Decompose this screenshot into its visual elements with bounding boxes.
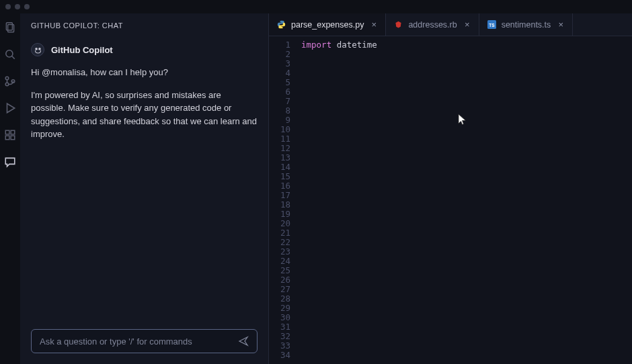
svg-point-13 [38,48,41,50]
file-type-icon [394,20,403,29]
close-icon[interactable]: × [463,20,472,30]
code-line[interactable] [301,294,632,304]
code-line[interactable] [301,153,632,163]
code-line[interactable]: import datetime [301,40,632,50]
send-button[interactable] [238,336,249,347]
code-line[interactable] [301,172,632,181]
editor-tab[interactable]: TSsentiments.ts× [479,13,574,36]
line-number: 34 [269,351,290,360]
svg-rect-8 [5,130,9,134]
extensions-icon[interactable] [4,129,16,141]
code-line[interactable] [301,275,632,285]
tab-filename: parse_expenses.py [291,20,364,30]
line-number: 4 [269,69,290,78]
editor-tab[interactable]: addresses.rb× [386,13,479,36]
copilot-avatar-icon [31,43,44,56]
line-number: 28 [269,294,290,304]
line-number: 9 [269,116,290,125]
debug-icon[interactable] [4,102,16,114]
code-line[interactable] [301,285,632,294]
close-icon[interactable]: × [369,20,379,30]
code-line[interactable] [301,313,632,322]
line-number: 22 [269,238,290,247]
code-line[interactable] [301,257,632,266]
line-number: 13 [269,153,290,163]
code-line[interactable] [301,332,632,341]
code-line[interactable] [301,341,632,351]
line-number: 32 [269,332,290,341]
main-layout: GITHUB COPILOT: CHAT GitHub Copilot Hi @… [0,13,632,364]
line-number: 30 [269,313,290,322]
activity-bar [0,13,20,364]
code-line[interactable] [301,304,632,313]
code-line[interactable] [301,59,632,69]
traffic-light-zoom[interactable] [24,4,30,9]
line-number: 25 [269,266,290,275]
line-number: 29 [269,304,290,313]
code-line[interactable] [301,181,632,191]
code-line[interactable] [301,210,632,219]
tab-filename: sentiments.ts [502,20,551,30]
code-line[interactable] [301,191,632,200]
svg-point-4 [5,77,9,80]
chat-input-container[interactable] [31,329,258,353]
close-icon[interactable]: × [556,20,565,30]
code-line[interactable] [301,50,632,59]
bot-name: GitHub Copilot [51,45,113,55]
code-line[interactable] [301,219,632,228]
code-line[interactable] [301,106,632,116]
line-number: 16 [269,181,290,191]
code-line[interactable] [301,78,632,87]
code-line[interactable] [301,125,632,134]
code-line[interactable] [301,163,632,172]
svg-rect-1 [8,25,14,32]
svg-point-5 [5,83,9,86]
line-number: 23 [269,247,290,257]
svg-rect-9 [11,130,15,134]
source-control-icon[interactable] [4,75,16,87]
code-line[interactable] [301,144,632,153]
code-line[interactable] [301,228,632,238]
traffic-light-minimize[interactable] [15,4,20,9]
files-icon[interactable] [4,21,16,34]
line-number: 24 [269,257,290,266]
traffic-light-close[interactable] [5,4,11,9]
editor-tabs: parse_expenses.py×addresses.rb×TSsentime… [269,13,632,36]
code-line[interactable] [301,238,632,247]
code-line[interactable] [301,97,632,106]
code-line[interactable] [301,69,632,78]
editor-group: parse_expenses.py×addresses.rb×TSsentime… [269,13,632,364]
code-area[interactable]: 1234567891011121314151617181920212223242… [269,36,632,364]
code-line[interactable] [301,351,632,360]
line-number: 27 [269,285,290,294]
line-number: 12 [269,144,290,153]
bot-header: GitHub Copilot [31,43,258,56]
tab-filename: addresses.rb [408,20,457,30]
line-number: 31 [269,322,290,332]
chat-message: Hi @monalisa, how can I help you? [31,66,258,79]
chat-input-field[interactable] [40,336,238,347]
line-number: 21 [269,228,290,238]
code-line[interactable] [301,322,632,332]
chat-input-area [20,322,268,364]
svg-rect-0 [6,23,12,30]
search-icon[interactable] [4,48,16,60]
line-number: 26 [269,275,290,285]
code-line[interactable] [301,247,632,257]
code-line[interactable] [301,134,632,144]
line-number: 8 [269,106,290,116]
code-line[interactable] [301,266,632,275]
editor-tab[interactable]: parse_expenses.py× [269,13,386,36]
sidebar-title: GITHUB COPILOT: CHAT [20,13,268,38]
line-number: 10 [269,125,290,134]
chat-message: I'm powered by AI, so surprises and mist… [31,89,258,141]
code-content[interactable]: import datetime [301,40,632,364]
code-line[interactable] [301,116,632,125]
line-number: 1 [269,40,290,50]
code-line[interactable] [301,200,632,210]
chat-icon[interactable] [4,156,16,168]
code-line[interactable] [301,87,632,97]
line-number: 14 [269,163,290,172]
line-number: 15 [269,172,290,181]
svg-text:TS: TS [489,23,495,28]
